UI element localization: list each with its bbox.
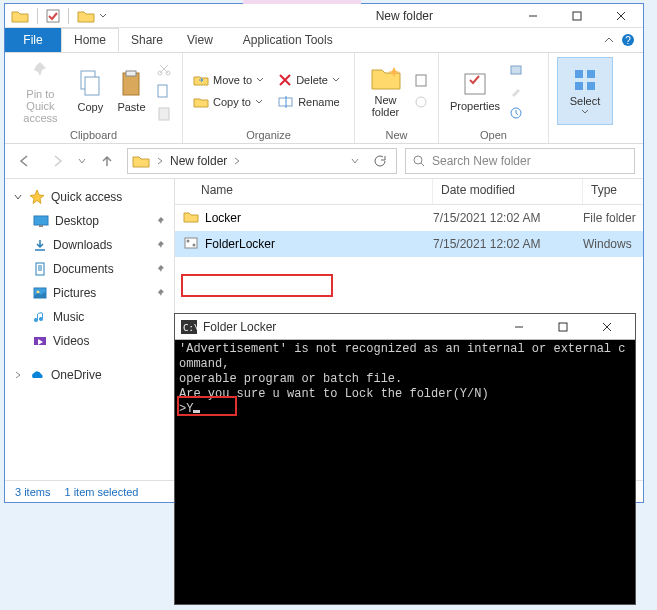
new-folder-icon[interactable] — [77, 8, 95, 24]
sidebar-item-onedrive[interactable]: OneDrive — [5, 363, 174, 387]
svg-rect-1 — [573, 12, 581, 20]
back-button[interactable] — [13, 149, 37, 173]
table-row[interactable]: Locker 7/15/2021 12:02 AM File folder — [175, 205, 643, 231]
close-button[interactable] — [599, 4, 643, 28]
svg-rect-16 — [465, 74, 485, 94]
svg-rect-25 — [39, 225, 43, 227]
edit-icon — [509, 84, 523, 98]
chevron-down-icon[interactable] — [350, 156, 360, 166]
svg-rect-7 — [126, 71, 136, 76]
open-icon — [509, 62, 523, 76]
tab-application-tools[interactable]: Application Tools — [225, 28, 351, 52]
sidebar-item-music[interactable]: Music — [5, 305, 174, 329]
status-count: 3 items — [15, 486, 50, 498]
window-title: New folder — [376, 9, 433, 23]
sidebar-item-downloads[interactable]: Downloads — [5, 233, 174, 257]
ribbon: Pin to Quick access Copy Paste Clipboard — [5, 52, 643, 144]
svg-rect-14 — [416, 75, 426, 86]
svg-rect-21 — [575, 82, 583, 90]
document-icon — [33, 262, 47, 276]
folder-icon — [183, 210, 199, 224]
chevron-down-icon[interactable] — [99, 12, 107, 20]
properties-checkbox-icon[interactable] — [46, 9, 60, 23]
tab-home[interactable]: Home — [61, 28, 119, 52]
select-button[interactable]: Select — [557, 57, 613, 125]
folder-icon[interactable] — [11, 8, 29, 24]
search-icon — [412, 154, 426, 168]
status-selected: 1 item selected — [64, 486, 138, 498]
column-type[interactable]: Type — [583, 179, 643, 204]
delete-button[interactable]: Delete — [276, 69, 342, 91]
svg-point-32 — [193, 243, 196, 246]
sidebar-item-quick-access[interactable]: Quick access — [5, 185, 174, 209]
cmd-icon: C:\ — [181, 320, 197, 334]
history-icon — [509, 106, 523, 120]
sidebar-item-videos[interactable]: Videos — [5, 329, 174, 353]
svg-rect-26 — [36, 263, 44, 275]
console-window: C:\ Folder Locker 'Advertisement' is not… — [174, 313, 636, 605]
sidebar-item-desktop[interactable]: Desktop — [5, 209, 174, 233]
up-button[interactable] — [95, 149, 119, 173]
breadcrumb[interactable]: New folder — [170, 154, 227, 168]
paste-button[interactable]: Paste — [113, 57, 150, 125]
tab-share[interactable]: Share — [119, 28, 175, 52]
svg-rect-0 — [47, 10, 59, 22]
tab-view[interactable]: View — [175, 28, 225, 52]
svg-rect-10 — [158, 85, 167, 97]
svg-rect-30 — [185, 238, 197, 248]
ribbon-collapse: ? — [603, 33, 635, 47]
search-input[interactable]: Search New folder — [405, 148, 635, 174]
maximize-button[interactable] — [555, 4, 599, 28]
properties-icon — [461, 70, 489, 98]
svg-text:C:\: C:\ — [183, 323, 197, 333]
table-row[interactable]: FolderLocker 7/15/2021 12:02 AM Windows — [175, 231, 643, 257]
recent-locations-icon[interactable] — [77, 156, 87, 166]
paste-shortcut-button[interactable] — [154, 102, 174, 124]
refresh-button[interactable] — [366, 149, 392, 173]
select-icon — [572, 67, 598, 93]
address-bar[interactable]: New folder — [127, 148, 397, 174]
new-item-icon — [414, 73, 428, 87]
move-to-button[interactable]: Move to — [191, 69, 266, 91]
history-button[interactable] — [507, 102, 525, 124]
help-icon[interactable]: ? — [621, 33, 635, 47]
svg-rect-11 — [159, 108, 169, 120]
copy-button[interactable]: Copy — [72, 57, 109, 125]
paste-icon — [118, 69, 144, 99]
address-bar-row: New folder Search New folder — [5, 144, 643, 178]
column-name[interactable]: Name — [175, 179, 433, 204]
cut-button[interactable] — [154, 58, 174, 80]
svg-point-23 — [414, 156, 422, 164]
easy-access-button[interactable] — [412, 91, 430, 113]
new-folder-icon — [370, 64, 402, 92]
ribbon-tabs: File Home Share View Application Tools ? — [5, 28, 643, 52]
open-button[interactable] — [507, 58, 525, 80]
tab-file[interactable]: File — [5, 28, 61, 52]
copy-to-button[interactable]: Copy to — [191, 91, 266, 113]
edit-button[interactable] — [507, 80, 525, 102]
chevron-up-icon[interactable] — [603, 34, 615, 46]
new-folder-button[interactable]: New folder — [363, 57, 408, 125]
column-date[interactable]: Date modified — [433, 179, 583, 204]
copy-icon — [77, 69, 103, 99]
pin-to-quick-access-button[interactable]: Pin to Quick access — [13, 57, 68, 125]
pictures-icon — [33, 286, 47, 300]
copy-path-button[interactable] — [154, 80, 174, 102]
close-button[interactable] — [585, 315, 629, 339]
pin-icon — [156, 216, 166, 226]
music-icon — [33, 310, 47, 324]
console-body[interactable]: 'Advertisement' is not recognized as an … — [175, 340, 635, 419]
new-item-button[interactable] — [412, 69, 430, 91]
move-to-icon — [193, 72, 209, 88]
maximize-button[interactable] — [541, 315, 585, 339]
svg-rect-17 — [511, 66, 521, 74]
forward-button[interactable] — [45, 149, 69, 173]
rename-button[interactable]: Rename — [276, 91, 342, 113]
desktop-icon — [33, 214, 49, 228]
sidebar-item-pictures[interactable]: Pictures — [5, 281, 174, 305]
properties-button[interactable]: Properties — [447, 57, 503, 125]
sidebar-item-documents[interactable]: Documents — [5, 257, 174, 281]
minimize-button[interactable] — [497, 315, 541, 339]
pin-icon — [156, 288, 166, 298]
minimize-button[interactable] — [511, 4, 555, 28]
